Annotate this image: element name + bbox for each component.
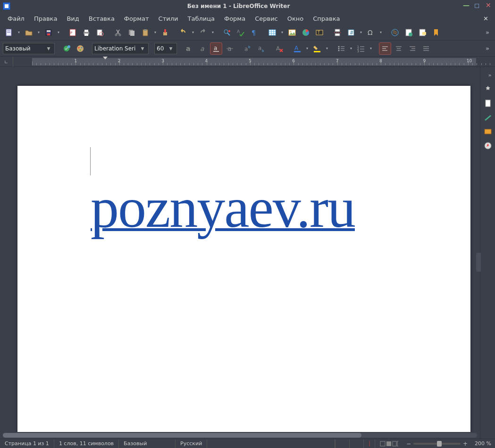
redo-button[interactable] [197, 26, 209, 39]
menu-form[interactable]: Форма [220, 14, 249, 24]
paste-button[interactable] [139, 26, 151, 39]
special-char-button[interactable]: Ω [365, 26, 377, 39]
document-content[interactable]: poznyaev.ru [91, 175, 355, 241]
menu-view[interactable]: Вид [63, 14, 83, 24]
align-center-button[interactable] [393, 42, 405, 55]
insert-image-button[interactable] [286, 26, 298, 39]
menu-tools[interactable]: Сервис [251, 14, 282, 24]
copy-button[interactable] [126, 26, 138, 39]
numbered-dropdown[interactable] [369, 42, 373, 55]
bullet-list-button[interactable] [335, 42, 347, 55]
dropdown-arrow-icon[interactable]: ▼ [139, 46, 146, 51]
zoom-slider[interactable]: − + [403, 440, 471, 447]
zoom-in-button[interactable]: + [462, 440, 468, 447]
menu-edit[interactable]: Правка [30, 14, 61, 24]
status-words[interactable]: 1 слов, 11 символов [54, 440, 119, 448]
special-char-dropdown[interactable] [378, 26, 383, 39]
status-style[interactable]: Базовый [119, 440, 176, 448]
paragraph-style-combo[interactable]: Базовый ▼ [3, 43, 55, 54]
font-name-combo[interactable]: Liberation Seri ▼ [92, 43, 149, 54]
font-color-button[interactable]: A [291, 42, 303, 55]
sidebar-settings-more[interactable]: » [485, 70, 495, 80]
toolbar2-more[interactable]: » [483, 45, 492, 52]
undo-dropdown[interactable] [191, 26, 195, 39]
insert-chart-button[interactable] [300, 26, 312, 39]
status-signature[interactable] [363, 440, 375, 448]
font-color-dropdown[interactable] [305, 42, 310, 55]
new-button[interactable] [3, 26, 15, 39]
sidebar-navigator-icon[interactable] [483, 141, 493, 151]
status-view-layout[interactable] [375, 440, 403, 448]
bullet-dropdown[interactable] [349, 42, 353, 55]
italic-button[interactable]: a [196, 42, 209, 55]
strikethrough-button[interactable]: a [224, 42, 236, 55]
table-dropdown[interactable] [280, 26, 285, 39]
undo-button[interactable] [177, 26, 189, 39]
save-button[interactable] [42, 26, 55, 39]
insert-table-button[interactable] [266, 26, 278, 39]
status-page[interactable]: Страница 1 из 1 [0, 440, 54, 448]
close-doc-button[interactable]: ✕ [480, 14, 491, 24]
new-style-button[interactable] [74, 42, 86, 55]
export-pdf-button[interactable]: P [67, 26, 79, 39]
menu-styles[interactable]: Стили [155, 14, 182, 24]
close-button[interactable]: ✕ [486, 3, 492, 9]
font-size-combo[interactable]: 60 ▼ [154, 43, 177, 54]
document-view[interactable]: poznyaev.ru [0, 67, 480, 439]
bold-button[interactable]: a [183, 42, 195, 55]
sidebar-properties-icon[interactable] [483, 84, 493, 94]
print-preview-button[interactable] [94, 26, 106, 39]
menu-table[interactable]: Таблица [184, 14, 218, 24]
paste-dropdown[interactable] [153, 26, 158, 39]
superscript-button[interactable]: ab [242, 42, 254, 55]
dropdown-arrow-icon[interactable]: ▼ [167, 46, 175, 51]
page-break-button[interactable] [331, 26, 344, 39]
minimize-button[interactable]: — [463, 3, 470, 9]
status-language[interactable]: Русский [176, 440, 207, 448]
align-right-button[interactable] [406, 42, 419, 55]
subscript-button[interactable]: ab [255, 42, 268, 55]
update-style-button[interactable] [60, 42, 73, 55]
underline-button[interactable]: a [210, 42, 222, 55]
insert-textbox-button[interactable]: T [313, 26, 326, 39]
menu-insert[interactable]: Вставка [85, 14, 118, 24]
menu-help[interactable]: Справка [309, 14, 344, 24]
numbered-list-button[interactable]: 123 [355, 42, 367, 55]
spellcheck-button[interactable]: A [235, 26, 247, 39]
open-button[interactable] [23, 26, 35, 39]
insert-field-button[interactable]: # [345, 26, 357, 39]
status-selection-mode[interactable] [349, 440, 363, 448]
save-dropdown[interactable] [56, 26, 61, 39]
sidebar-page-icon[interactable] [483, 98, 493, 108]
horizontal-ruler[interactable]: 12345678910 [13, 57, 495, 66]
zoom-out-button[interactable]: − [406, 440, 411, 447]
new-dropdown[interactable] [17, 26, 21, 39]
sidebar-expand-handle[interactable] [476, 253, 481, 272]
field-dropdown[interactable] [359, 26, 363, 39]
find-replace-button[interactable] [221, 26, 233, 39]
horizontal-scrollbar[interactable] [0, 432, 480, 439]
cut-button[interactable] [112, 26, 124, 39]
menu-format[interactable]: Формат [120, 14, 153, 24]
sidebar-styles-icon[interactable] [483, 112, 493, 123]
status-insert-mode[interactable] [335, 440, 349, 448]
hyperlink-button[interactable] [389, 26, 401, 39]
align-justify-button[interactable] [420, 42, 432, 55]
footnote-button[interactable] [403, 26, 415, 39]
sidebar-gallery-icon[interactable] [483, 126, 493, 137]
clear-format-button[interactable]: A [273, 42, 285, 55]
clone-format-button[interactable] [159, 26, 171, 39]
redo-dropdown[interactable] [210, 26, 215, 39]
menu-window[interactable]: Окно [284, 14, 308, 24]
formatting-marks-button[interactable]: ¶ [248, 26, 260, 39]
insert-bookmark-button[interactable] [430, 26, 442, 39]
menu-file[interactable]: Файл [4, 14, 28, 24]
dropdown-arrow-icon[interactable]: ▼ [45, 46, 52, 51]
open-dropdown[interactable] [36, 26, 41, 39]
print-button[interactable] [80, 26, 92, 39]
highlight-dropdown[interactable] [325, 42, 329, 55]
maximize-button[interactable]: ◻ [474, 3, 481, 9]
insert-comment-button[interactable] [416, 26, 428, 39]
toolbar-more[interactable]: » [483, 29, 492, 36]
status-zoom[interactable]: 200 % [471, 440, 495, 447]
